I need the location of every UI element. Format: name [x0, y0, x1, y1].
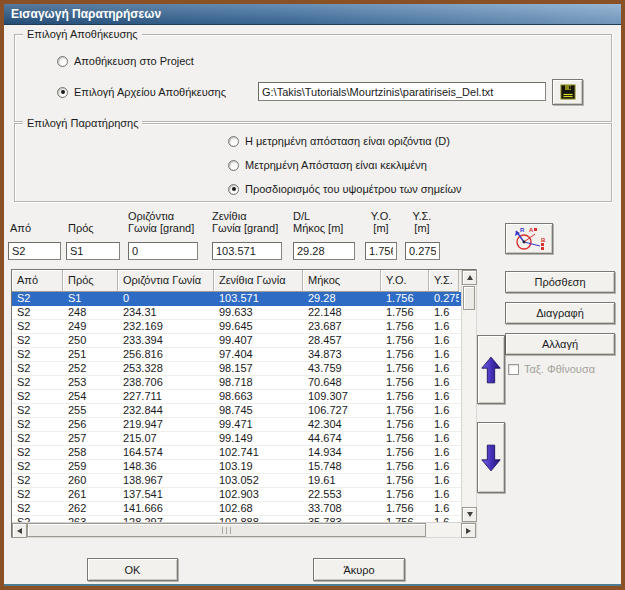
dialog-content: Επιλογή Αποθήκευσης Αποθήκευση στο Proje… [4, 26, 621, 586]
column-header[interactable]: Ζενίθια Γωνία [214, 270, 303, 292]
table-cell: 99.645 [214, 320, 303, 333]
vertical-scroll-track[interactable] [462, 311, 476, 507]
table-cell: 1.6 [429, 376, 459, 389]
triangle-down-icon [467, 512, 473, 517]
radio-save-to-file[interactable]: Επιλογή Αρχείου Αποθήκευσης [57, 85, 226, 99]
ok-button[interactable]: OK [87, 558, 178, 581]
table-cell: S2 [12, 460, 63, 473]
horizontal-scrollbar[interactable] [12, 522, 476, 537]
radio-distance-slope[interactable]: Μετρημένη Απόσταση είναι κεκλιμένη [228, 158, 427, 172]
table-row[interactable]: S2256219.94799.47142.3041.7561.6 [12, 418, 461, 432]
instrument-height-input[interactable] [365, 242, 397, 260]
column-header[interactable]: Πρός [63, 270, 118, 292]
scroll-right-button[interactable] [461, 523, 476, 538]
table-cell: S2 [12, 334, 63, 347]
from-input[interactable] [8, 242, 61, 260]
table-row[interactable]: S2253238.70698.71870.6481.7561.6 [12, 376, 461, 390]
table-row[interactable]: S2257215.0799.14944.6741.7561.6 [12, 432, 461, 446]
table-cell: 99.471 [214, 418, 303, 431]
radio-icon [228, 160, 239, 171]
table-row[interactable]: S2260138.967103.05219.611.7561.6 [12, 474, 461, 488]
triangle-left-icon [17, 528, 22, 534]
table-cell: 0 [118, 292, 214, 305]
target-height-input[interactable] [405, 242, 440, 260]
table-cell: 248 [63, 306, 118, 319]
checkbox-icon [508, 364, 519, 375]
table-cell: 256 [63, 418, 118, 431]
column-header[interactable]: Μήκος [303, 270, 381, 292]
table-cell: S2 [12, 390, 63, 403]
table-cell: 102.68 [214, 502, 303, 515]
table-cell: 34.873 [303, 348, 381, 361]
table-cell: 98.718 [214, 376, 303, 389]
table-cell: 249 [63, 320, 118, 333]
horizontal-angle-label: Οριζόντια Γωνία [grand] [128, 208, 208, 234]
table-row[interactable]: S2252253.32898.15743.7591.7561.6 [12, 362, 461, 376]
table-cell: 1.756 [381, 404, 429, 417]
angle-measure-button[interactable]: R A B [505, 223, 553, 254]
svg-text:B: B [541, 237, 546, 243]
table-cell: 1.756 [381, 488, 429, 501]
sort-descending-checkbox[interactable]: Ταξ. Φθίνουσα [508, 363, 595, 375]
table-cell: 99.149 [214, 432, 303, 445]
table-cell: 102.741 [214, 446, 303, 459]
column-header[interactable]: Υ.Ο. [381, 270, 429, 292]
radio-label: Προσδιορισμός του υψομέτρου των σημείων [245, 183, 462, 195]
to-label: Πρός [68, 208, 120, 234]
table-row[interactable]: S2254227.71198.663109.3071.7561.6 [12, 390, 461, 404]
vertical-scroll-thumb[interactable] [463, 286, 475, 310]
column-header[interactable]: Οριζόντια Γωνία [118, 270, 214, 292]
radio-distance-horizontal[interactable]: Η μετρημένη απόσταση είναι οριζόντια (D) [228, 134, 450, 148]
table-cell: S2 [12, 446, 63, 459]
column-header[interactable]: Από [12, 270, 63, 292]
table-row[interactable]: S2249232.16999.64523.6871.7561.6 [12, 320, 461, 334]
table-row[interactable]: S2262141.666102.6833.7081.7561.6 [12, 502, 461, 516]
table-row[interactable]: S2258164.574102.74114.9341.7561.6 [12, 446, 461, 460]
scroll-down-button[interactable] [462, 507, 477, 522]
table-row[interactable]: S2S10103.57129.281.7560.275 [12, 292, 461, 306]
delete-button[interactable]: Διαγραφή [505, 302, 615, 324]
triangle-up-icon [467, 275, 473, 280]
table-cell: S2 [12, 502, 63, 515]
radio-save-to-project[interactable]: Αποθήκευση στο Project [57, 54, 194, 68]
table-row[interactable]: S2261137.541102.90322.5531.7561.6 [12, 488, 461, 502]
cancel-button[interactable]: Άκυρο [313, 558, 405, 581]
table-row[interactable]: S2250233.39499.40728.4571.7561.6 [12, 334, 461, 348]
move-up-button[interactable] [477, 335, 505, 404]
zenith-angle-input[interactable] [212, 242, 282, 260]
column-header[interactable]: Υ.Σ. [429, 270, 459, 292]
scroll-left-button[interactable] [12, 523, 27, 538]
move-down-button[interactable] [477, 422, 505, 493]
scroll-up-button[interactable] [462, 270, 477, 285]
radio-icon [228, 184, 239, 195]
table-row[interactable]: S2259148.36103.1915.7481.7561.6 [12, 460, 461, 474]
table-cell: 253.328 [118, 362, 214, 375]
table-row[interactable]: S2255232.84498.745106.7271.7561.6 [12, 404, 461, 418]
change-button[interactable]: Αλλαγή [505, 333, 615, 355]
table-cell: 70.648 [303, 376, 381, 389]
radio-elevation-determination[interactable]: Προσδιορισμός του υψομέτρου των σημείων [228, 182, 462, 196]
save-file-button[interactable] [552, 79, 583, 105]
table-row[interactable]: S2248234.3199.63322.1481.7561.6 [12, 306, 461, 320]
horizontal-scroll-thumb[interactable] [27, 523, 426, 537]
table-cell: 258 [63, 446, 118, 459]
radio-icon [228, 136, 239, 147]
table-cell: 98.157 [214, 362, 303, 375]
horizontal-scroll-track[interactable] [27, 523, 461, 537]
table-cell: 23.687 [303, 320, 381, 333]
table-row[interactable]: S2251256.81697.40434.8731.7561.6 [12, 348, 461, 362]
file-path-input[interactable] [258, 82, 546, 101]
horizontal-angle-input[interactable] [128, 242, 198, 260]
vertical-scrollbar[interactable] [461, 270, 476, 522]
title-bar[interactable]: Εισαγωγή Παρατηρήσεων [4, 4, 621, 25]
to-input[interactable] [66, 242, 120, 260]
table-cell: 1.6 [429, 446, 459, 459]
table-cell: 215.07 [118, 432, 214, 445]
table-cell: 99.633 [214, 306, 303, 319]
table-cell: 250 [63, 334, 118, 347]
length-input[interactable] [293, 242, 355, 260]
observations-table: ΑπόΠρόςΟριζόντια ΓωνίαΖενίθια ΓωνίαΜήκος… [11, 269, 477, 538]
add-button[interactable]: Πρόσθεση [505, 271, 615, 293]
table-cell: 98.745 [214, 404, 303, 417]
table-cell: 1.6 [429, 404, 459, 417]
